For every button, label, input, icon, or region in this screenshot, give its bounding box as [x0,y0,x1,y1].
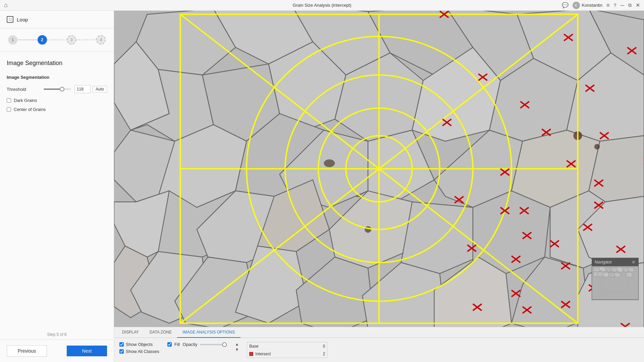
next-button[interactable]: Next [67,346,107,356]
grain-image-svg [114,11,644,327]
fill-group: Fill Opacity [167,342,227,347]
left-panel: ☐ Loop 1 2 3 4 Image Segmentation Image … [0,11,114,362]
close-btn[interactable]: ✕ [636,2,640,8]
threshold-row: Threshold Auto [7,85,107,93]
app-title: Grain Size Analysis (Intercept) [293,3,352,8]
up-arrow-icon[interactable]: ▲ [235,342,239,347]
step-2-circle: 2 [38,35,47,45]
down-arrow-icon[interactable]: ▼ [235,347,239,352]
show-classes-label: Show All Classes [126,349,159,354]
section-title: Image Segmentation [7,60,107,67]
center-of-grains-row: Center of Grains [7,107,107,112]
tab-display[interactable]: DISPLAY [117,327,144,338]
step-3-circle: 3 [67,35,76,45]
fill-label: Fill [174,342,180,347]
opacity-label: Opacity [182,342,197,347]
loop-icon: ☐ [7,16,13,23]
tab-image-analysis[interactable]: IMAGE ANALYSIS OPTIONS [177,327,240,338]
image-area: Navigator ✕ [114,11,644,362]
show-objects-label: Show Objects [126,342,153,347]
step-info: Step 5 of 8 [7,332,107,337]
loop-header: ☐ Loop [0,11,114,28]
intersect-value: 2 [312,352,325,356]
data-row-base: Base 0 [247,342,327,350]
threshold-label: Threshold [7,87,44,92]
home-icon[interactable]: ⌂ [4,2,8,9]
fill-checkbox[interactable] [167,342,172,347]
panel-content: Image Segmentation Image Segmentation Th… [0,52,114,332]
svg-point-43 [594,144,600,149]
step-line-3 [76,40,96,40]
sort-arrows: ▲ ▼ [235,342,239,352]
threshold-input[interactable] [74,85,91,93]
loop-label: Loop [17,17,28,22]
bottom-tabs: DISPLAY DATA ZONE IMAGE ANALYSIS OPTIONS… [114,327,644,362]
tab-data-zone[interactable]: DATA ZONE [144,327,177,338]
bottom-nav: Previous Next [0,340,114,362]
threshold-slider-track[interactable] [44,88,71,90]
center-of-grains-checkbox[interactable] [7,107,11,112]
chat-icon[interactable]: 💬 [562,2,569,8]
previous-button[interactable]: Previous [7,345,47,357]
base-value: 0 [312,344,325,349]
dark-grains-checkbox[interactable] [7,98,11,103]
main-layout: ☐ Loop 1 2 3 4 Image Segmentation Image … [0,11,644,362]
step-indicator: 1 2 3 4 [0,28,114,52]
step-4-circle: 4 [96,35,106,45]
step-line-2 [47,40,67,40]
intersect-color-dot [249,352,253,356]
bottom-content: Show Objects Show All Classes Fill Opaci… [114,338,644,362]
image-container[interactable]: Navigator ✕ [114,11,644,327]
base-label: Base [249,344,312,349]
minimize-btn[interactable]: ─ [621,2,624,8]
navigator-box: Navigator ✕ [592,258,639,300]
help-icon[interactable]: ? [613,2,616,8]
show-objects-checkbox[interactable] [119,342,124,347]
restore-btn[interactable]: ⧉ [628,2,632,8]
navigator-title: Navigator [595,260,612,264]
data-row-intersect: Intersect 2 [247,350,327,358]
username: Konstantin [582,3,602,8]
nav-thumb-svg [592,266,638,300]
step-info-container: Step 5 of 8 [0,332,114,340]
title-bar-right: 💬 K Konstantin ≡ ? ─ ⧉ ✕ [562,2,640,9]
navigator-header: Navigator ✕ [592,258,638,266]
dark-grains-row: Dark Grains [7,98,107,103]
title-bar-left: ⌂ [4,2,8,9]
opacity-thumb[interactable] [222,342,227,347]
show-objects-row: Show Objects [119,342,159,347]
opacity-slider[interactable] [200,344,227,345]
avatar: K [573,2,580,9]
step-line-1 [17,40,38,40]
intersect-label: Intersect [255,352,312,356]
display-checkboxes: Show Objects Show All Classes [119,342,159,354]
auto-button[interactable]: Auto [93,86,107,93]
navigator-close-button[interactable]: ✕ [632,259,636,265]
center-of-grains-label: Center of Grains [14,107,46,112]
threshold-slider-thumb[interactable] [60,87,64,92]
dark-grains-label: Dark Grains [14,98,37,103]
user-area: K Konstantin [573,2,602,9]
threshold-slider-fill [44,88,60,90]
show-classes-row: Show All Classes [119,349,159,354]
navigator-thumbnail [592,266,638,300]
tab-bar: DISPLAY DATA ZONE IMAGE ANALYSIS OPTIONS [114,327,644,338]
svg-point-44 [324,160,335,167]
data-table: Base 0 Intersect 2 [247,342,327,358]
title-bar: ⌂ Grain Size Analysis (Intercept) 💬 K Ko… [0,0,644,11]
show-classes-checkbox[interactable] [119,349,124,354]
subsection-title: Image Segmentation [7,75,107,80]
step-1-circle: 1 [8,35,17,45]
menu-icon[interactable]: ≡ [606,2,609,8]
